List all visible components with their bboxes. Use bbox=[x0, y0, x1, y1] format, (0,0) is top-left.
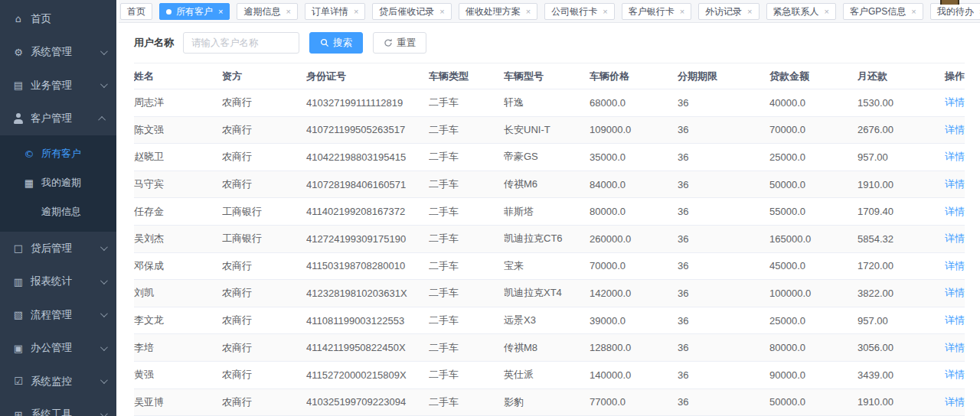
tab[interactable]: 外访记录× bbox=[698, 3, 759, 20]
sidebar-item-label: 办公管理 bbox=[31, 341, 72, 355]
table-cell: 1530.00 bbox=[858, 89, 915, 117]
tab-close-icon[interactable]: × bbox=[218, 8, 223, 16]
sidebar-item[interactable]: ⊞系统工具 bbox=[0, 398, 116, 416]
tab-close-icon[interactable]: × bbox=[911, 8, 916, 16]
table-cell: 100000.0 bbox=[769, 280, 858, 307]
customer-name-input[interactable] bbox=[183, 32, 299, 54]
table-cell: 凯迪拉克XT4 bbox=[504, 280, 590, 307]
sidebar-item[interactable]: 客户管理 bbox=[0, 102, 116, 136]
table-cell: 工商银行 bbox=[222, 198, 306, 226]
table-cell-actions: 详情 bbox=[915, 334, 965, 362]
table-cell: 邓保成 bbox=[134, 252, 222, 280]
tab-close-icon[interactable]: × bbox=[526, 8, 531, 16]
tab-close-icon[interactable]: × bbox=[747, 8, 752, 16]
sidebar-item[interactable]: ☑系统监控 bbox=[0, 365, 116, 398]
table-cell: 50000.0 bbox=[769, 388, 858, 416]
tab-close-icon[interactable]: × bbox=[286, 8, 290, 16]
table-cell-actions: 详情 bbox=[915, 89, 965, 117]
tab[interactable]: 客户GPS信息× bbox=[843, 3, 923, 20]
tab[interactable]: 首页 bbox=[120, 3, 152, 20]
detail-link[interactable]: 详情 bbox=[945, 206, 965, 217]
tab-label: 紧急联系人 bbox=[773, 5, 819, 18]
tab-label: 贷后催收记录 bbox=[379, 5, 434, 18]
workflow-icon: ▧ bbox=[12, 310, 24, 320]
table-cell: 农商行 bbox=[222, 388, 306, 416]
table-cell: 410728198406160571 bbox=[306, 171, 429, 198]
tab[interactable]: 贷后催收记录× bbox=[372, 3, 451, 20]
table-cell: 二手车 bbox=[429, 144, 504, 171]
detail-link[interactable]: 详情 bbox=[945, 260, 965, 271]
sidebar-item[interactable]: □贷后管理 bbox=[0, 232, 116, 265]
tab-close-icon[interactable]: × bbox=[680, 8, 684, 16]
tab-label: 客户银行卡 bbox=[629, 5, 675, 18]
table-cell-actions: 详情 bbox=[915, 252, 965, 280]
table-body: 周志洋农商行410327199111112819二手车轩逸68000.03640… bbox=[134, 89, 965, 416]
table-cell: 农商行 bbox=[222, 116, 306, 144]
table-row: 陈文强农商行410721199505263517二手车长安UNI-T109000… bbox=[134, 116, 965, 144]
detail-link[interactable]: 详情 bbox=[945, 151, 965, 162]
chevron-down-icon bbox=[100, 310, 108, 317]
table-cell: 165000.0 bbox=[769, 225, 858, 252]
tab-close-icon[interactable]: × bbox=[603, 8, 607, 16]
sidebar-item[interactable]: ▧流程管理 bbox=[0, 298, 116, 332]
table-cell: 140000.0 bbox=[590, 361, 678, 388]
detail-link[interactable]: 详情 bbox=[945, 124, 965, 135]
search-button[interactable]: 搜索 bbox=[309, 32, 363, 54]
detail-link[interactable]: 详情 bbox=[945, 287, 965, 298]
home-icon: ⌂ bbox=[12, 14, 24, 24]
detail-link[interactable]: 详情 bbox=[945, 96, 965, 108]
tab-close-icon[interactable]: × bbox=[354, 8, 358, 16]
table-cell: 农商行 bbox=[222, 361, 306, 388]
detail-link[interactable]: 详情 bbox=[945, 369, 965, 380]
detail-link[interactable]: 详情 bbox=[945, 232, 965, 244]
office-icon: ▣ bbox=[12, 343, 24, 353]
sidebar-item[interactable]: ▥报表统计 bbox=[0, 265, 116, 299]
table-cell-actions: 详情 bbox=[915, 116, 965, 144]
column-header: 贷款金额 bbox=[769, 63, 858, 89]
chevron-down-icon bbox=[100, 410, 108, 416]
table-cell: 957.00 bbox=[858, 144, 915, 171]
detail-link[interactable]: 详情 bbox=[945, 178, 965, 190]
table-cell: 957.00 bbox=[858, 307, 915, 334]
tab[interactable]: 订单详情× bbox=[305, 3, 365, 20]
table-cell-actions: 详情 bbox=[915, 307, 965, 334]
tab-close-icon[interactable]: × bbox=[439, 8, 444, 16]
tab[interactable]: 客户银行卡× bbox=[622, 3, 691, 20]
table-cell: 80000.0 bbox=[769, 334, 858, 362]
report-icon: ▥ bbox=[12, 277, 24, 287]
table-cell: 39000.0 bbox=[590, 307, 678, 334]
table-cell: 3439.00 bbox=[858, 361, 915, 388]
detail-link[interactable]: 详情 bbox=[945, 396, 965, 408]
sidebar-subitem[interactable]: ©所有客户 bbox=[0, 139, 116, 168]
sidebar-item-label: 贷后管理 bbox=[31, 242, 72, 255]
table-cell: 36 bbox=[678, 361, 769, 388]
sidebar-item[interactable]: ⚙系统管理 bbox=[0, 36, 116, 70]
tab[interactable]: 紧急联系人× bbox=[766, 3, 836, 20]
table-cell: 农商行 bbox=[222, 171, 306, 198]
tab-label: 催收处理方案 bbox=[466, 5, 521, 18]
tab[interactable]: 我的待办× bbox=[930, 3, 980, 20]
tab-close-icon[interactable]: × bbox=[825, 8, 829, 16]
sidebar-item[interactable]: ⌂首页 bbox=[0, 2, 116, 36]
sidebar-subitem[interactable]: ▦我的逾期 bbox=[0, 168, 116, 197]
sidebar-item[interactable]: ▤业务管理 bbox=[0, 69, 116, 102]
sidebar-subitem[interactable]: 逾期信息 bbox=[0, 197, 116, 226]
tab[interactable]: 催收处理方案× bbox=[459, 3, 537, 20]
table-cell: 影豹 bbox=[504, 388, 590, 416]
sidebar-item[interactable]: ▣办公管理 bbox=[0, 332, 116, 366]
column-header: 月还款 bbox=[858, 63, 915, 89]
table-cell: 二手车 bbox=[429, 89, 504, 117]
tab[interactable]: 逾期信息× bbox=[237, 3, 297, 20]
tab[interactable]: 公司银行卡× bbox=[544, 3, 614, 20]
reset-button[interactable]: 重置 bbox=[373, 32, 426, 54]
detail-link[interactable]: 详情 bbox=[945, 314, 965, 326]
tab-label: 公司银行卡 bbox=[551, 5, 597, 18]
reset-button-label: 重置 bbox=[397, 37, 416, 50]
detail-link[interactable]: 详情 bbox=[945, 342, 965, 353]
column-header: 车辆价格 bbox=[590, 63, 678, 89]
table-cell: 3822.00 bbox=[858, 280, 915, 307]
tab[interactable]: 所有客户× bbox=[159, 3, 230, 20]
table-cell-actions: 详情 bbox=[915, 225, 965, 252]
post-loan-icon: □ bbox=[12, 243, 24, 253]
table-cell: 二手车 bbox=[429, 252, 504, 280]
